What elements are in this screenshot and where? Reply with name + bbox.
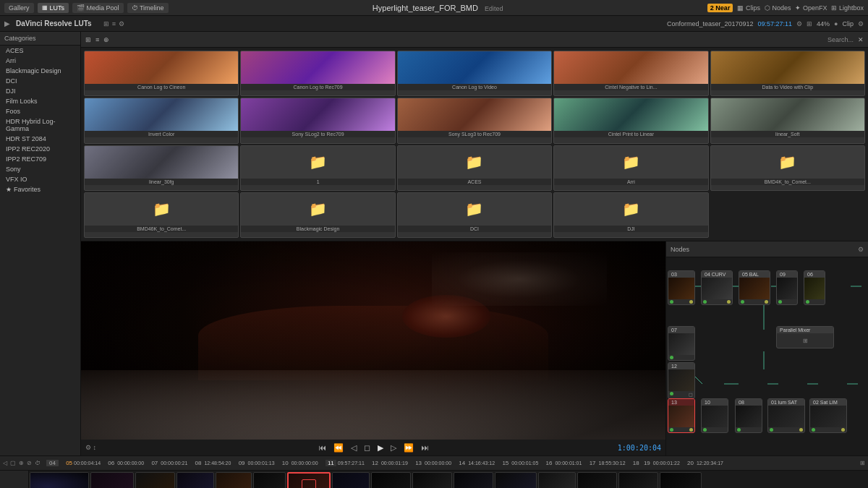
clip-4[interactable] [176, 472, 214, 488]
lut-category-foos[interactable]: Foos [0, 106, 80, 116]
clip-label: Clip [842, 20, 854, 27]
second-bar: ▶ DaVinci Resolve LUTs ⊞ ≡ ⚙ Conformed_t… [0, 16, 868, 32]
project-title: Hyperlight_teaser_FOR_BMD Edited [174, 4, 702, 12]
lut-browser-panel: Categories ACES Arri Blackmagic Design D… [0, 32, 81, 455]
timeline-tab[interactable]: ⏱ Timeline [127, 3, 169, 13]
lut-category-dci[interactable]: DCI [0, 76, 80, 86]
top-bar-right: 2 Near ▦ Clips ⬡ Nodes ✦ OpenFX ⊞ Lightb… [707, 4, 864, 12]
nodes-toolbar: Nodes ⚙ [666, 241, 868, 257]
lut-folder-bmd4k[interactable]: 📁 BMD4K_to_Comet... [710, 145, 865, 191]
clip-selected[interactable] [287, 472, 331, 488]
track-labels: V2 V1 [0, 471, 29, 488]
preview-nodes-row: ⚙ ↕ ⏮ ⏪ ◁ ◻ ▶ ▷ ⏩ ⏭ 1:00:20:04 Nodes ⚙ [81, 241, 868, 455]
lut-category-aces[interactable]: ACES [0, 46, 80, 56]
node-08[interactable]: 08 [735, 398, 762, 433]
lut-grid-toolbar: ⊞ ≡ ⊕ Search... ✕ [81, 32, 868, 48]
play-beginning-btn[interactable]: ⏮ [317, 442, 328, 453]
clip-5[interactable] [216, 472, 252, 488]
lut-category-ipp2-rec2020[interactable]: IPP2 REC2020 [0, 144, 80, 154]
playback-bar: ⚙ ↕ ⏮ ⏪ ◁ ◻ ▶ ▷ ⏩ ⏭ 1:00:20:04 [81, 440, 665, 455]
lut-folder-1[interactable]: 📁 1 [240, 145, 395, 191]
nodes-canvas[interactable]: 03 04 CURV [666, 257, 868, 455]
fast-fwd-btn[interactable]: ⏩ [402, 442, 415, 454]
lut-folder-blackmagic[interactable]: 📁 Blackmagic Design [240, 192, 395, 238]
top-bar-left: Gallery ▦ LUTs 🎬 Media Pool ⏱ Timeline [4, 3, 169, 13]
lut-item-cintel-print[interactable]: Cintel Print to Linear [553, 98, 708, 143]
lut-item-sony-slog3[interactable]: Sony SLog3 to Rec709 [397, 98, 552, 143]
lut-category-ipp2-rec709[interactable]: IPP2 REC709 [0, 154, 80, 164]
node-02-sat-lim[interactable]: 02 Sat LIM [809, 398, 847, 433]
step-fwd-btn[interactable]: ▷ [389, 442, 398, 454]
lut-item-canon-log-rec709[interactable]: Canon Log to Rec709 [240, 51, 395, 96]
luts-tab[interactable]: ▦ LUTs [38, 3, 69, 13]
clip-8[interactable] [332, 472, 370, 488]
lut-folder-arri[interactable]: 📁 Arri [553, 145, 708, 191]
clip-14[interactable] [577, 472, 617, 488]
lut-category-blackmagic[interactable]: Blackmagic Design [0, 66, 80, 76]
clip-3[interactable] [135, 472, 175, 488]
openfx-btn[interactable]: ✦ OpenFX [795, 4, 827, 12]
clip-15[interactable] [618, 472, 658, 488]
clips-btn[interactable]: ▦ Clips [737, 4, 760, 12]
node-09[interactable]: 09 [776, 270, 798, 305]
clip-16[interactable] [660, 472, 702, 488]
node-12[interactable]: 12 ◻ [668, 362, 695, 399]
video-preview[interactable]: ⚙ ↕ ⏮ ⏪ ◁ ◻ ▶ ▷ ⏩ ⏭ 1:00:20:04 [81, 241, 665, 455]
lut-category-favorites[interactable]: ★ Favorites [0, 184, 80, 194]
play-end-btn[interactable]: ⏭ [420, 442, 430, 453]
node-01-lum-sat[interactable]: 01 lum SAT [767, 398, 805, 433]
lut-item-data-video[interactable]: Data to Video with Clip [710, 51, 865, 96]
lut-folder-aces[interactable]: 📁 ACES [397, 145, 552, 191]
node-06[interactable]: 06 [804, 270, 825, 305]
lut-category-arri[interactable]: Arri [0, 56, 80, 66]
node-05-bal[interactable]: 05 BAL [739, 270, 770, 305]
step-back-btn[interactable]: ◁ [349, 442, 358, 454]
clip-13[interactable] [538, 472, 576, 488]
center-panel: ⊞ ≡ ⊕ Search... ✕ Canon Log to Cineon Ca… [81, 32, 868, 455]
lut-category-film-looks[interactable]: Film Looks [0, 96, 80, 106]
second-bar-right: Conformed_teaser_20170912 09:57:27:11 ⚙ … [667, 20, 864, 27]
lut-category-dji[interactable]: DJI [0, 86, 80, 96]
lut-grid-area: ⊞ ≡ ⊕ Search... ✕ Canon Log to Cineon Ca… [81, 32, 868, 241]
top-bar: Gallery ▦ LUTs 🎬 Media Pool ⏱ Timeline H… [0, 0, 868, 16]
lut-category-sony[interactable]: Sony [0, 164, 80, 174]
clip-2[interactable] [90, 472, 134, 488]
lut-category-vfx-io[interactable]: VFX IO [0, 174, 80, 184]
lut-item-invert-color[interactable]: Invert Color [84, 98, 239, 143]
media-pool-tab[interactable]: 🎬 Media Pool [72, 3, 124, 13]
node-04-curv[interactable]: 04 CURV [701, 270, 733, 305]
lut-folder-dci[interactable]: 📁 DCI [397, 192, 552, 238]
node-03[interactable]: 03 [668, 270, 695, 305]
gallery-tab[interactable]: Gallery [4, 3, 34, 13]
lut-item-canon-log-cineon[interactable]: Canon Log to Cineon [84, 51, 239, 96]
clip-6[interactable] [253, 472, 286, 488]
clip-9[interactable] [371, 472, 411, 488]
node-13[interactable]: 13 [668, 398, 695, 433]
lut-category-hdr-hybrid[interactable]: HDR Hybrid Log-Gamma [0, 116, 80, 134]
playback-timecode: 1:00:20:04 [618, 444, 661, 452]
clips-track[interactable]: Apple ProRes 422 HQ EXR Apple ProRes 422… [29, 471, 868, 488]
rewind-btn[interactable]: ⏪ [332, 442, 345, 454]
clip-10[interactable] [412, 472, 452, 488]
stop-btn[interactable]: ◻ [362, 442, 372, 454]
clip-11[interactable] [454, 472, 493, 488]
lut-item-linear-soft[interactable]: linear_Soft [710, 98, 865, 143]
lut-folder-bmd46k[interactable]: 📁 BMD46K_to_Comet... [84, 192, 239, 238]
lut-item-canon-log-video[interactable]: Canon Log to Video [397, 51, 552, 96]
node-10[interactable]: 10 [701, 398, 728, 433]
lut-item-cintel-negative[interactable]: Cintel Negative to Lin... [553, 51, 708, 96]
nodes-btn[interactable]: ⬡ Nodes [765, 4, 791, 12]
lut-item-linear-30fg[interactable]: linear_30fg [84, 145, 239, 191]
lightbox-btn[interactable]: ⊞ Lightbox [831, 4, 864, 12]
clip-12[interactable] [495, 472, 537, 488]
lut-item-sony-slog2[interactable]: Sony SLog2 to Rec709 [240, 98, 395, 143]
node-07[interactable]: 07 [668, 326, 695, 361]
clip-strip-row: V2 V1 [0, 471, 868, 488]
main-layout: Categories ACES Arri Blackmagic Design D… [0, 32, 868, 455]
lut-category-hdr-st[interactable]: HDR ST 2084 [0, 134, 80, 144]
lut-folder-dji[interactable]: 📁 DJI [553, 192, 708, 238]
play-btn[interactable]: ▶ [376, 442, 385, 454]
clip-name: Conformed_teaser_20170912 [667, 20, 754, 27]
node-parallel-mixer[interactable]: Parallel Mixer ⊞ [776, 326, 834, 348]
clip-s1[interactable] [30, 472, 89, 488]
